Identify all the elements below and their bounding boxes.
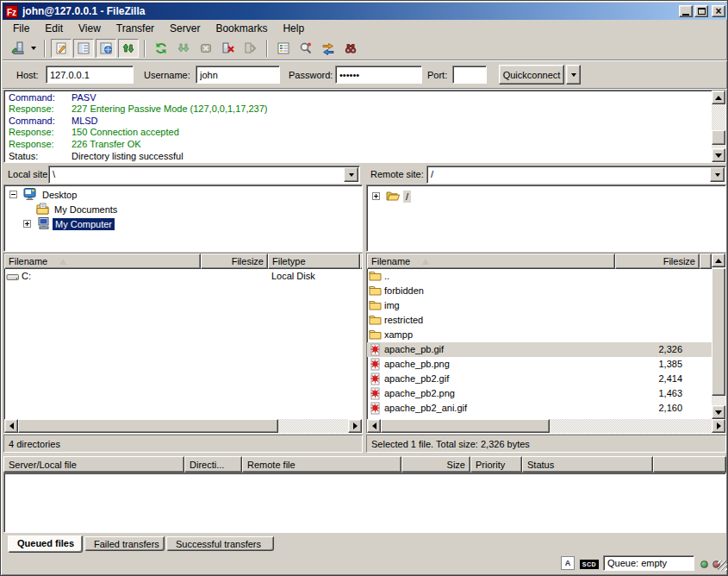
expand-icon[interactable] [372,191,380,202]
tab-queued-files[interactable]: Queued files [8,535,83,553]
toggle-local-treeview-button[interactable] [73,39,94,58]
scroll-left-button[interactable] [4,419,18,433]
transfer-queue-list[interactable] [3,473,726,533]
folder-icon [369,329,382,341]
local-horizontal-scrollbar[interactable] [4,419,362,433]
site-manager-dropdown[interactable] [28,39,39,58]
arrow-left-icon [372,423,376,429]
log-scrollbar[interactable] [712,91,725,162]
queue-column-priority[interactable]: Priority [470,456,522,473]
queue-column-remote-file[interactable]: Remote file [242,456,401,473]
tree-label[interactable]: / [403,191,411,203]
find-files-button[interactable] [340,39,361,58]
tree-label-selected[interactable]: My Computer [53,218,115,230]
scroll-right-button[interactable] [712,419,725,433]
column-header-filesize[interactable]: Filesize [201,254,268,269]
close-button[interactable]: × [712,5,725,17]
remote-file-row[interactable]: apache_pb2.gif 2,414 [367,372,712,386]
quickconnect-dropdown[interactable] [566,65,581,85]
quickconnect-button[interactable]: Quickconnect [499,65,564,85]
site-manager-button[interactable] [8,39,28,58]
scrollbar-thumb[interactable] [712,130,725,145]
cancel-operation-button[interactable] [196,39,216,58]
directory-comparison-button[interactable] [296,39,316,58]
directory-listing-filters-button[interactable] [273,39,294,58]
host-input[interactable] [46,66,134,84]
toggle-remote-treeview-button[interactable] [96,39,116,58]
toggle-transfer-queue-button[interactable] [118,39,139,58]
queue-column-size[interactable]: Size [401,456,470,473]
queue-column-server-local-file[interactable]: Server/Local file [3,456,184,473]
remote-file-row[interactable]: .. [367,269,712,284]
process-queue-button[interactable] [173,39,194,58]
reconnect-button[interactable] [240,39,261,58]
resize-grip[interactable] [718,560,728,571]
column-header-filetype[interactable]: Filetype [268,254,360,269]
tree-item-root[interactable]: / [367,189,725,203]
remote-file-row[interactable]: apache_pb2.png 1,463 [367,386,712,401]
tree-label[interactable]: Desktop [40,189,79,201]
remote-file-row[interactable]: img [367,298,712,313]
remote-file-row-selected[interactable]: apache_pb.gif 2,326 [367,342,712,357]
file-size: 2,414 [658,373,682,384]
port-input[interactable] [452,66,487,84]
maximize-button[interactable] [694,5,708,17]
transfer-type-icon[interactable]: A [561,556,575,570]
queue-column-status[interactable]: Status [522,456,653,473]
password-input[interactable] [335,66,422,84]
menu-help[interactable]: Help [275,21,312,37]
scrollbar-thumb[interactable] [381,419,550,433]
remote-site-combo[interactable]: / [426,166,726,184]
menu-transfer[interactable]: Transfer [109,21,162,37]
sort-ascending-icon [422,259,429,265]
local-site-combo[interactable]: \ [48,166,360,184]
expand-icon[interactable] [23,219,31,229]
scroll-down-button[interactable] [712,148,725,162]
title-bar[interactable]: Fz john@127.0.0.1 - FileZilla × [3,3,727,20]
scroll-up-button[interactable] [712,91,725,104]
remote-vertical-scrollbar[interactable] [712,254,725,419]
remote-file-row[interactable]: forbidden [367,284,712,298]
combo-dropdown-button[interactable] [344,167,358,182]
synchronized-browsing-button[interactable] [318,39,339,58]
collapse-icon[interactable] [9,190,17,200]
tree-item-my-computer[interactable]: My Computer [4,216,362,231]
menu-file[interactable]: File [5,21,37,37]
menu-bookmarks[interactable]: Bookmarks [208,21,275,37]
combo-dropdown-button[interactable] [710,167,725,182]
scroll-down-button[interactable] [712,405,725,419]
username-label: Username: [144,70,190,80]
arrow-right-icon [717,423,721,429]
queue-column-direction[interactable]: Directi... [184,456,242,473]
scroll-right-button[interactable] [348,419,362,433]
scrollbar-thumb[interactable] [712,268,725,396]
refresh-button[interactable] [151,39,171,58]
disconnect-button[interactable] [218,39,239,58]
image-file-icon [369,343,382,358]
local-file-row[interactable]: C: Local Disk [4,269,362,284]
toggle-message-log-button[interactable] [51,39,72,58]
remote-file-row[interactable]: restricted [367,313,712,328]
minimize-button[interactable] [679,5,693,17]
speed-limit-badge[interactable]: SCD [580,560,599,569]
menu-edit[interactable]: Edit [37,21,71,37]
column-header-last-modified[interactable]: L [360,254,363,269]
tree-item-my-documents[interactable]: My Documents [4,202,362,216]
remote-file-row[interactable]: xampp [367,328,712,342]
remote-file-row[interactable]: apache_pb.png 1,385 [367,357,712,372]
tree-item-desktop[interactable]: Desktop [4,187,362,202]
remote-file-row[interactable]: apache_pb2_ani.gif 2,160 [367,401,712,416]
remote-horizontal-scrollbar[interactable] [367,419,725,433]
scroll-left-button[interactable] [367,419,381,433]
tab-successful-transfers[interactable]: Successful transfers [166,536,274,551]
scrollbar-thumb[interactable] [18,419,278,433]
menu-view[interactable]: View [71,21,109,37]
username-input[interactable] [196,66,280,84]
tab-failed-transfers[interactable]: Failed transfers [84,536,165,551]
tree-label[interactable]: My Documents [52,203,120,216]
menu-server[interactable]: Server [162,21,208,37]
scroll-up-button[interactable] [712,254,725,267]
column-header-filename[interactable]: Filename [367,254,615,269]
column-header-filesize[interactable]: Filesize [615,254,700,269]
column-header-filename[interactable]: Filename [4,254,201,269]
